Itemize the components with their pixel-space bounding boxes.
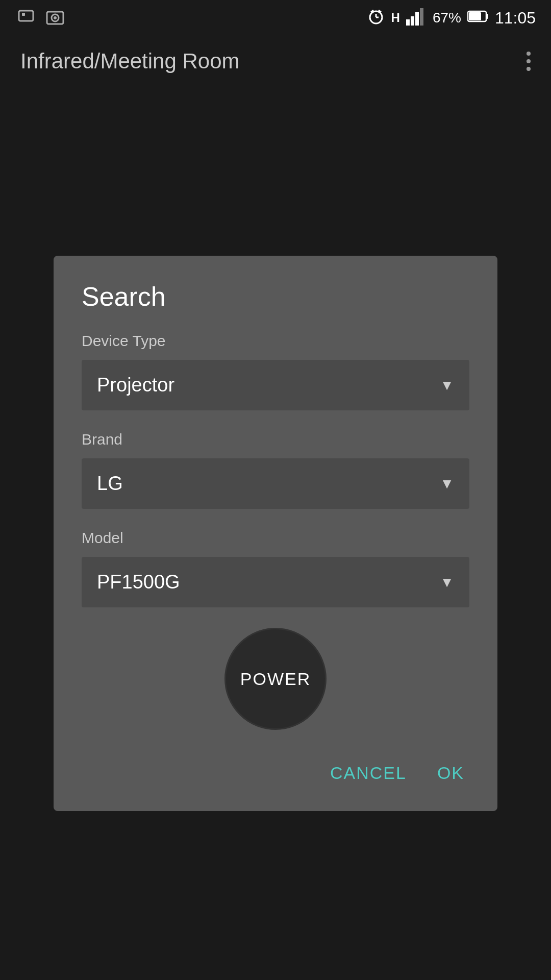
alarm-icon [367,7,385,29]
page-title: Infrared/Meeting Room [20,49,240,74]
dot1 [527,52,531,56]
svg-rect-1 [22,13,25,16]
svg-rect-13 [420,8,423,26]
status-bar-left-icons [15,7,66,29]
notification-icon [15,7,37,29]
ok-button[interactable]: OK [432,755,469,791]
main-content: Search Device Type Projector ▼ Brand LG … [0,87,551,980]
battery-percent: 67% [433,10,461,26]
svg-rect-0 [19,11,33,21]
brand-chevron-icon: ▼ [440,476,454,492]
device-type-value: Projector [97,374,174,396]
photo-icon [44,7,66,29]
time-display: 11:05 [495,9,536,28]
brand-label: Brand [82,431,469,448]
dot3 [527,67,531,71]
device-type-dropdown[interactable]: Projector ▼ [82,360,469,410]
more-options-icon[interactable] [527,52,531,71]
svg-point-4 [54,16,57,19]
device-type-label: Device Type [82,332,469,350]
power-button[interactable]: POWER [224,628,327,730]
battery-icon [467,9,489,27]
power-button-label: POWER [240,669,311,689]
svg-rect-10 [406,19,410,26]
model-label: Model [82,529,469,547]
device-type-chevron-icon: ▼ [440,377,454,394]
svg-rect-11 [411,16,414,26]
app-bar: Infrared/Meeting Room [0,36,551,87]
dialog-title: Search [82,281,469,312]
dialog-actions: CANCEL OK [82,755,469,791]
dot2 [527,59,531,63]
svg-rect-16 [486,14,488,19]
brand-value: LG [97,473,123,495]
model-value: PF1500G [97,571,180,593]
h-signal-icon: H [391,11,400,25]
brand-dropdown[interactable]: LG ▼ [82,458,469,509]
signal-icon [406,7,427,29]
model-dropdown[interactable]: PF1500G ▼ [82,557,469,607]
status-bar: H 67% 11:05 [0,0,551,36]
cancel-button[interactable]: CANCEL [325,755,412,791]
model-chevron-icon: ▼ [440,574,454,591]
power-button-container: POWER [82,628,469,730]
status-bar-right-icons: H 67% 11:05 [367,7,536,29]
search-dialog: Search Device Type Projector ▼ Brand LG … [54,256,497,811]
svg-rect-12 [415,12,419,26]
svg-rect-15 [469,12,481,20]
